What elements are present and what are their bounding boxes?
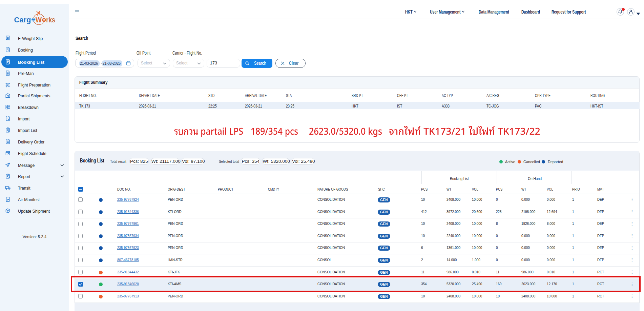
svg-text:Carg: Carg [14,16,31,24]
svg-text:rks: rks [46,16,55,24]
svg-text:W: W [36,16,42,24]
